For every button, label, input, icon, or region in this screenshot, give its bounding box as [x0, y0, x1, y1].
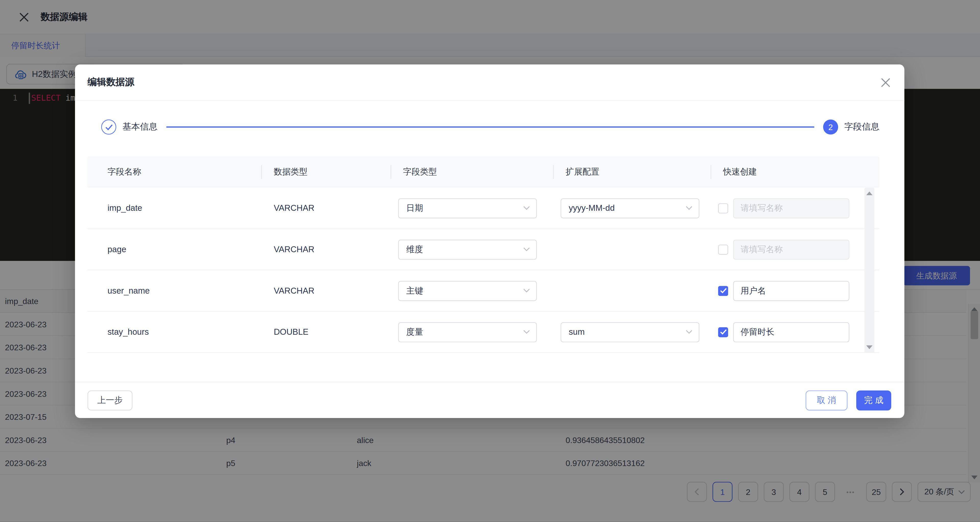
step-indicator: 基本信息 2 字段信息 — [101, 118, 880, 136]
chevron-down-icon — [686, 206, 693, 210]
modal-header: 编辑数据源 — [75, 64, 904, 101]
step1-label: 基本信息 — [123, 121, 158, 132]
chevron-down-icon — [523, 247, 530, 251]
screen: 数据源编辑 停留时长统计 H2数据实例 — [0, 0, 980, 522]
aggregation-select[interactable]: sum — [561, 322, 700, 342]
modal-title: 编辑数据源 — [88, 77, 135, 88]
field-row-user-name: user_name VARCHAR 主键 — [88, 270, 880, 312]
modal-table-scrollbar[interactable] — [864, 188, 874, 353]
chevron-down-icon — [686, 330, 693, 334]
field-name: page — [88, 245, 261, 254]
field-data-type: DOUBLE — [261, 327, 391, 337]
quick-name-input[interactable] — [733, 281, 850, 300]
quick-name-input[interactable] — [733, 198, 850, 218]
field-type-select[interactable]: 度量 — [398, 322, 537, 342]
chevron-down-icon — [523, 289, 530, 293]
step2-label: 字段信息 — [845, 121, 880, 132]
modal-footer: 上一步 取 消 完 成 — [75, 382, 904, 418]
column-header-ext-config: 扩展配置 — [553, 166, 711, 177]
step-connector-line — [166, 126, 815, 128]
field-table-header: 字段名称 数据类型 字段类型 扩展配置 快速创建 — [88, 156, 880, 188]
date-format-select[interactable]: yyyy-MM-dd — [561, 198, 700, 218]
edit-datasource-modal: 编辑数据源 基本信息 2 字段信息 字段名称 数据类型 字段类型 — [75, 64, 904, 418]
check-icon — [720, 288, 727, 294]
field-row-stay-hours: stay_hours DOUBLE 度量 sum — [88, 312, 880, 353]
modal-close-button[interactable] — [881, 78, 891, 88]
field-name: user_name — [88, 286, 261, 295]
chevron-down-icon — [523, 330, 530, 334]
step2-number-badge: 2 — [823, 120, 838, 135]
column-header-field-name: 字段名称 — [88, 166, 261, 177]
check-icon — [720, 329, 727, 335]
scroll-down-arrow-icon[interactable] — [866, 345, 872, 349]
field-data-type: VARCHAR — [261, 245, 391, 254]
column-header-data-type: 数据类型 — [261, 166, 391, 177]
quick-name-input[interactable] — [733, 322, 850, 342]
field-name: imp_date — [88, 203, 261, 213]
previous-step-button[interactable]: 上一步 — [88, 390, 132, 410]
field-data-type: VARCHAR — [261, 286, 391, 295]
field-row-page: page VARCHAR 维度 — [88, 229, 880, 270]
column-header-quick-create: 快速创建 — [711, 166, 879, 177]
column-header-field-type: 字段类型 — [391, 166, 553, 177]
quick-create-checkbox[interactable] — [718, 327, 728, 337]
quick-create-checkbox[interactable] — [718, 203, 728, 213]
field-type-select[interactable]: 日期 — [398, 198, 537, 218]
field-data-type: VARCHAR — [261, 203, 391, 213]
field-name: stay_hours — [88, 327, 261, 337]
field-config-table: 字段名称 数据类型 字段类型 扩展配置 快速创建 imp_date VARCHA… — [88, 156, 880, 353]
field-row-imp-date: imp_date VARCHAR 日期 yyyy-MM-dd — [88, 188, 880, 229]
field-type-select[interactable]: 主键 — [398, 281, 537, 300]
close-icon — [881, 78, 891, 88]
quick-create-checkbox[interactable] — [718, 286, 728, 295]
quick-name-input[interactable] — [733, 239, 850, 259]
cancel-button[interactable]: 取 消 — [806, 390, 848, 410]
confirm-button[interactable]: 完 成 — [856, 390, 891, 410]
quick-create-checkbox[interactable] — [718, 244, 728, 254]
step1-finished-check-icon — [101, 120, 116, 135]
field-type-select[interactable]: 维度 — [398, 239, 537, 259]
scroll-up-arrow-icon[interactable] — [866, 192, 872, 195]
chevron-down-icon — [523, 206, 530, 210]
